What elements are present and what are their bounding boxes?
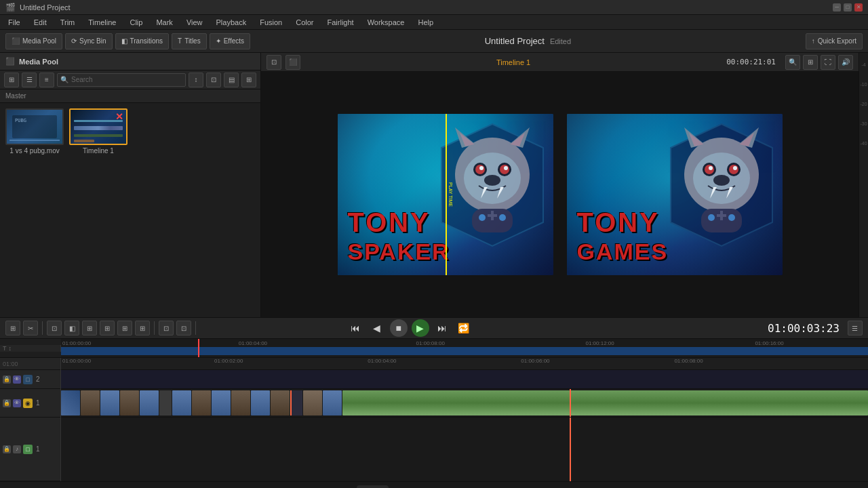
timeline-opts-btn[interactable]: ☰ [848,321,863,336]
menu-playback[interactable]: Playback [214,17,250,28]
v1-track-content [61,389,868,418]
preview-vol[interactable]: 🔊 [838,55,853,70]
track-btn6[interactable]: ⊞ [135,321,150,336]
export-icon: ↑ [812,37,815,45]
view-list-btn[interactable]: ☰ [22,73,37,87]
left-wolf-graphic [438,121,547,249]
left-preview-screen: TONY SPAKER PLAY TIME [338,114,553,275]
go-start-btn[interactable]: ⏮ [347,319,364,337]
go-end-btn[interactable]: ⏭ [433,319,451,337]
svg-point-11 [479,166,484,170]
extra-opts-btn[interactable]: ⊞ [241,73,256,87]
preview-fullscreen[interactable]: ⛶ [821,55,835,70]
video-clip-4[interactable] [120,390,139,415]
video-clip-10[interactable] [251,390,270,415]
nav-fusion[interactable]: ⚛ Fusion [428,485,470,489]
menu-clip[interactable]: Clip [127,17,145,28]
preview-tool2[interactable]: ⬛ [285,55,300,70]
list-opts-btn[interactable]: ▤ [224,73,239,87]
video-clip-beach[interactable] [342,390,868,415]
video-clip-12[interactable] [303,390,322,415]
search-icon: 🔍 [60,76,68,83]
svg-rect-41 [720,211,723,220]
window-title: Untitled Project [20,3,71,12]
nav-edit[interactable]: ✏ Edit [391,485,425,489]
menu-mark[interactable]: Mark [153,17,175,28]
svg-point-38 [708,214,715,221]
track-btn4[interactable]: ⊞ [100,321,115,336]
right-preview-games: GAMES [577,239,669,265]
effects-btn[interactable]: ✦ Effects [210,33,250,49]
track-btn3[interactable]: ⊞ [82,321,97,336]
detail-ruler: 01:00:00:00 01:00:02:00 01:00:04:00 01:0… [61,358,868,370]
nav-media[interactable]: 📁 Media [314,485,354,489]
nav-deliver[interactable]: 🚀 Deliver [561,485,604,489]
svg-point-12 [504,166,508,170]
video-clip-5[interactable] [140,390,159,415]
view-grid-btn[interactable]: ⊞ [4,73,19,87]
menu-trim[interactable]: Trim [58,17,78,28]
sort-btn[interactable]: ↕ [189,73,203,87]
close-btn[interactable]: ✕ [854,3,863,12]
track-btn8[interactable]: ⊡ [176,321,191,336]
video-clip-13[interactable] [323,390,342,415]
overview-track-content: 01:00:00:00 01:00:04:00 01:00:08:00 01:0… [61,339,868,357]
nav-cut[interactable]: ✂ Cut [357,485,389,489]
menu-fusion[interactable]: Fusion [257,17,285,28]
preview-tool1[interactable]: ⊡ [267,55,281,70]
grid-opts-btn[interactable]: ⊡ [206,73,221,87]
track-btn1[interactable]: ⊡ [47,321,62,336]
video-clip-6[interactable] [172,390,191,415]
menu-color[interactable]: Color [293,17,316,28]
video-clip-8[interactable] [212,390,231,415]
sync-bin-btn[interactable]: ⟳ Sync Bin [65,33,112,49]
menu-file[interactable]: File [5,17,23,28]
quick-export-btn[interactable]: ↑ Quick Export [806,33,863,49]
track-btn7[interactable]: ⊡ [159,321,174,336]
maximize-btn[interactable]: □ [844,3,852,12]
track-v1-label: 🔒 👁 ◉ 1 [0,389,60,418]
preview-zoom-fit[interactable]: ⊞ [803,55,818,70]
menu-edit[interactable]: Edit [31,17,50,28]
video-clip-1[interactable] [61,390,80,415]
edited-badge: Edited [550,37,571,45]
video-clip-9[interactable] [231,390,250,415]
snap-btn[interactable]: ⊞ [5,321,20,336]
nav-fairlight[interactable]: 🎵 Fairlight [513,485,559,489]
media-item-pubg[interactable]: PUBG 1 vs 4 pubg.mov [5,108,64,155]
window-controls[interactable]: ─ □ ✕ [833,3,863,12]
menu-help[interactable]: Help [415,17,436,28]
loop-btn[interactable]: 🔁 [455,319,473,337]
video-clip-3[interactable] [100,390,119,415]
video-clip-11[interactable] [271,390,290,415]
transitions-btn[interactable]: ◧ Transitions [115,33,170,49]
right-panel: ⊡ ⬛ Timeline 1 00:00:21:01 🔍 ⊞ ⛶ 🔊 [261,53,859,317]
stop-btn[interactable]: ■ [390,319,408,337]
blade-btn[interactable]: ✂ [23,321,38,336]
track-btn5[interactable]: ⊞ [117,321,132,336]
menu-timeline[interactable]: Timeline [85,17,119,28]
media-pool-btn[interactable]: ⬛ Media Pool [5,33,62,49]
track-btn2[interactable]: ◧ [64,321,79,336]
video-clip-7[interactable] [192,390,211,415]
sync-icon: ⟳ [71,37,77,45]
menu-view[interactable]: View [184,17,205,28]
menu-fairlight[interactable]: Fairlight [325,17,357,28]
audio-track-content [61,418,868,481]
play-reverse-btn[interactable]: ◀ [368,319,386,337]
project-name: Untitled Project [485,36,545,46]
preview-zoom-out[interactable]: 🔍 [785,55,800,70]
nav-color[interactable]: 🎨 Color [473,485,511,489]
video-clip-2[interactable] [81,390,100,415]
play-btn[interactable]: ▶ [412,319,429,337]
timeline-label-top: Timeline 1 [304,58,722,66]
bottom-nav: ⚙ DaVinci Resolve 16 📁 Media ✂ Cut ✏ Edi… [0,481,868,488]
view-detail-btn[interactable]: ≡ [39,73,54,87]
video-clip-cut[interactable] [159,390,172,415]
track-v2-label: 🔒 👁 □ 2 [0,370,60,389]
minimize-btn[interactable]: ─ [833,3,841,12]
svg-rect-20 [491,211,494,220]
media-item-timeline[interactable]: ✕ Timeline 1 [69,108,127,155]
titles-btn[interactable]: T Titles [172,33,207,49]
menu-workspace[interactable]: Workspace [365,17,408,28]
